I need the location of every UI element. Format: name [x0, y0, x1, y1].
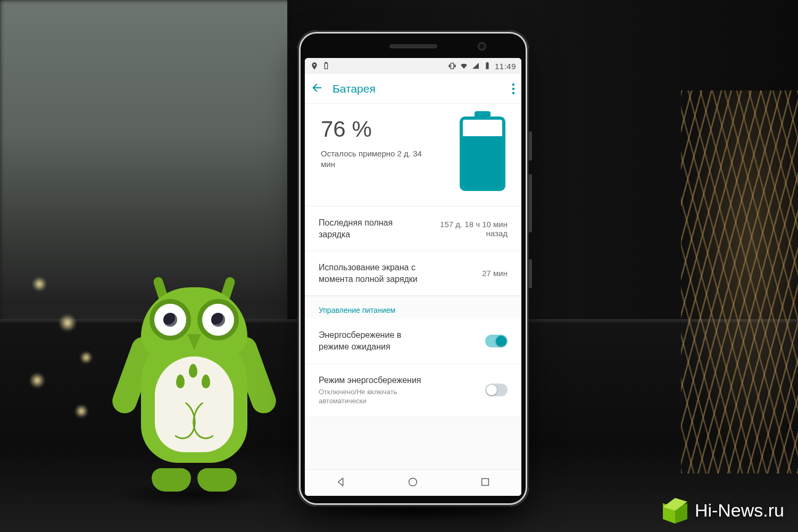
battery-status-icon: [483, 62, 492, 70]
row-last-full-charge[interactable]: Последняя полная зарядка 157 д. 18 ч 10 …: [305, 206, 521, 251]
toggle-battery-saver[interactable]: [485, 384, 508, 396]
row-label: Использование экрана с момента полной за…: [319, 262, 430, 285]
row-label: Последняя полная зарядка: [319, 217, 416, 240]
row-value: 157 д. 18 ч 10 мин назад: [426, 220, 508, 238]
back-button[interactable]: [311, 82, 323, 96]
watermark: Hi-News.ru: [663, 498, 784, 522]
row-value: 27 мин: [482, 269, 508, 278]
location-icon: [310, 62, 319, 70]
side-button: [529, 259, 532, 288]
svg-point-7: [409, 478, 417, 486]
status-clock: 11:49: [495, 62, 516, 71]
svg-rect-1: [326, 62, 327, 63]
toggle-standby-saver[interactable]: [485, 335, 508, 347]
battery-small-icon: [322, 62, 330, 70]
wooden-prop: [681, 90, 798, 473]
overflow-menu[interactable]: [512, 83, 515, 95]
setting-subtext: Отключено/Не включать автоматически: [319, 388, 436, 406]
nav-back[interactable]: [335, 476, 347, 490]
section-power-management: Управление питанием: [305, 296, 521, 319]
volume-rocker: [529, 174, 532, 232]
earpiece: [389, 44, 437, 48]
row-screen-usage[interactable]: Использование экрана с момента полной за…: [305, 251, 521, 296]
svg-rect-3: [487, 62, 488, 63]
phone-screen: 11:49 Батарея 76 % Осталось примерно 2 д…: [305, 58, 521, 496]
app-bar: Батарея: [305, 74, 521, 104]
signal-icon: [471, 62, 480, 70]
status-bar: 11:49: [305, 58, 521, 74]
svg-point-4: [512, 83, 514, 85]
android-nav-bar: [305, 469, 521, 496]
wifi-icon: [460, 62, 468, 70]
side-button: [529, 131, 532, 161]
page-title: Батарея: [332, 82, 376, 95]
watermark-logo-icon: [663, 498, 687, 522]
svg-rect-0: [325, 63, 327, 69]
svg-rect-8: [482, 478, 489, 485]
battery-estimate: Осталось примерно 2 д. 34 мин: [321, 148, 427, 170]
nav-home[interactable]: [407, 476, 419, 490]
scene-photo: 11:49 Батарея 76 % Осталось примерно 2 д…: [0, 0, 798, 532]
svg-point-5: [512, 87, 514, 89]
row-standby-saver[interactable]: Энергосбережение в режиме ожидания: [305, 319, 521, 363]
setting-label: Энергосбережение в режиме ожидания: [319, 329, 430, 352]
row-battery-saver[interactable]: Режим энергосбережения Отключено/Не вклю…: [305, 364, 521, 417]
vibrate-icon: [448, 62, 456, 70]
svg-rect-2: [486, 63, 488, 69]
android-owl-toy: [114, 266, 274, 495]
svg-point-6: [512, 92, 514, 94]
battery-percent: 76 %: [321, 117, 427, 142]
battery-hero[interactable]: 76 % Осталось примерно 2 д. 34 мин: [305, 104, 521, 206]
battery-icon: [460, 117, 505, 191]
setting-label: Режим энергосбережения: [319, 375, 430, 386]
watermark-text: Hi-News.ru: [695, 500, 784, 521]
smartphone: 11:49 Батарея 76 % Осталось примерно 2 д…: [297, 30, 529, 506]
front-camera: [478, 42, 486, 51]
nav-recents[interactable]: [479, 476, 491, 490]
